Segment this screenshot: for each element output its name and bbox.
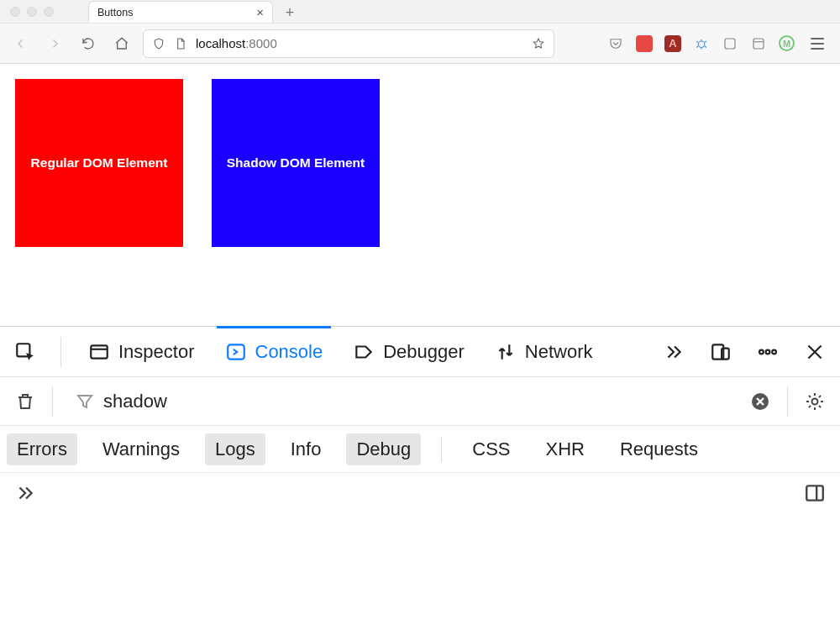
browser-tabstrip: Buttons × +: [88, 0, 302, 23]
url-text: localhost:8000: [196, 36, 277, 50]
red-square-label: Regular DOM Element: [31, 155, 168, 171]
extension-m[interactable]: M: [779, 35, 795, 51]
gear-icon: [805, 391, 825, 412]
separator: [441, 437, 442, 462]
square-icon: [722, 36, 738, 51]
close-window-button[interactable]: [10, 7, 20, 17]
tab-inspector[interactable]: Inspector: [83, 327, 200, 376]
cat-xhr[interactable]: XHR: [536, 433, 595, 465]
minimize-window-button[interactable]: [27, 7, 37, 17]
tab-console[interactable]: Console: [220, 327, 328, 376]
element-picker-icon: [14, 341, 36, 363]
forward-button[interactable]: [42, 31, 67, 56]
tab-debugger[interactable]: Debugger: [348, 327, 470, 376]
window-titlebar: Buttons × +: [0, 0, 840, 24]
svg-rect-4: [91, 345, 108, 358]
cat-info[interactable]: Info: [281, 433, 332, 465]
pocket-icon: [608, 36, 623, 51]
pick-element-button[interactable]: [12, 339, 39, 365]
bookmark-button[interactable]: [532, 37, 545, 50]
svg-point-12: [812, 398, 818, 404]
tab-debugger-label: Debugger: [383, 341, 465, 363]
trash-icon: [15, 391, 35, 412]
clear-filter-button[interactable]: [747, 388, 774, 415]
separator: [787, 386, 788, 417]
cat-logs[interactable]: Logs: [205, 433, 265, 465]
svg-rect-13: [806, 486, 823, 500]
reload-button[interactable]: [76, 31, 101, 56]
url-bar[interactable]: localhost:8000: [143, 29, 554, 58]
browser-tab-active[interactable]: Buttons ×: [88, 1, 273, 23]
close-icon: [804, 341, 826, 363]
tab-console-label: Console: [255, 341, 323, 363]
chevrons-right-icon: [14, 482, 36, 504]
svg-point-8: [759, 349, 764, 354]
console-filter-input[interactable]: [103, 391, 727, 412]
url-host: localhost: [196, 36, 245, 50]
extension-grey-2[interactable]: [750, 35, 767, 52]
card-icon: [751, 36, 766, 51]
svg-rect-1: [725, 39, 735, 49]
shield-icon: [152, 37, 165, 50]
console-filter-wrap: [66, 385, 735, 418]
star-icon: [532, 37, 545, 50]
reload-icon: [81, 36, 96, 51]
arrow-right-icon: [47, 36, 62, 51]
bug-icon: [694, 36, 709, 51]
separator: [52, 386, 53, 417]
clear-icon: [750, 391, 770, 412]
devices-icon: [710, 341, 732, 363]
devtools-tabbar: Inspector Console Debugger Network: [0, 327, 840, 377]
regular-dom-element[interactable]: Regular DOM Element: [15, 79, 183, 247]
inspector-icon: [88, 341, 110, 363]
sidebar-icon: [804, 482, 826, 504]
split-console-button[interactable]: [801, 480, 828, 507]
tab-inspector-label: Inspector: [118, 341, 195, 363]
back-button[interactable]: [8, 31, 34, 56]
extension-darkred[interactable]: A: [664, 35, 681, 52]
hamburger-icon: [811, 38, 824, 39]
cat-debug[interactable]: Debug: [346, 433, 421, 465]
tab-network-label: Network: [525, 341, 593, 363]
console-icon: [225, 341, 247, 363]
extension-grey-1[interactable]: [722, 35, 738, 52]
console-filter-bar: [0, 377, 840, 426]
responsive-design-button[interactable]: [707, 339, 734, 365]
separator: [60, 337, 61, 367]
close-tab-button[interactable]: ×: [256, 6, 264, 18]
shadow-dom-element[interactable]: Shadow DOM Element: [212, 79, 380, 247]
console-settings-button[interactable]: [801, 388, 828, 415]
extension-icons: A M: [607, 35, 832, 52]
console-input-row: [0, 473, 840, 513]
page-content: Regular DOM Element Shadow DOM Element: [0, 64, 840, 326]
new-tab-button[interactable]: +: [278, 3, 302, 23]
svg-rect-2: [753, 39, 764, 49]
close-devtools-button[interactable]: [801, 339, 828, 365]
traffic-lights: [0, 7, 54, 17]
app-menu-button[interactable]: [806, 38, 828, 50]
cat-errors[interactable]: Errors: [7, 433, 77, 465]
cat-css[interactable]: CSS: [462, 433, 520, 465]
pocket-button[interactable]: [607, 35, 624, 52]
clear-console-button[interactable]: [12, 388, 39, 415]
svg-point-9: [766, 349, 770, 354]
arrow-left-icon: [13, 36, 29, 51]
maximize-window-button[interactable]: [44, 7, 54, 17]
tab-title: Buttons: [97, 7, 133, 18]
more-tabs-button[interactable]: [660, 339, 687, 365]
meatballs-icon: [757, 341, 779, 363]
page-icon: [174, 37, 187, 50]
cat-warnings[interactable]: Warnings: [92, 433, 190, 465]
extension-bug[interactable]: [693, 35, 710, 52]
devtools-menu-button[interactable]: [754, 339, 781, 365]
extension-red[interactable]: [636, 35, 653, 52]
debugger-icon: [353, 341, 375, 363]
home-icon: [114, 36, 129, 51]
tab-network[interactable]: Network: [490, 327, 598, 376]
cat-requests[interactable]: Requests: [610, 433, 708, 465]
svg-point-0: [698, 41, 705, 48]
console-prompt[interactable]: [12, 480, 39, 507]
console-categories: Errors Warnings Logs Info Debug CSS XHR …: [0, 426, 840, 473]
home-button[interactable]: [109, 31, 134, 56]
url-port: :8000: [245, 36, 277, 50]
